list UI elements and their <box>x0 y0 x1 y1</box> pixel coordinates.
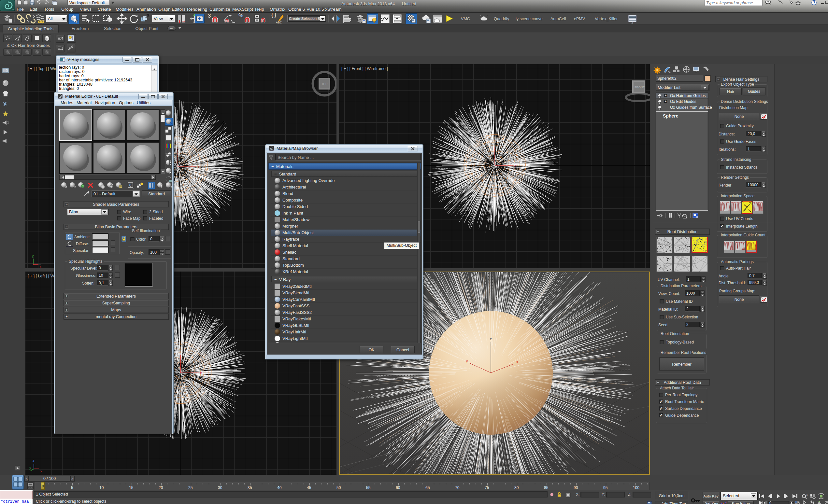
svg-text:TOP: TOP <box>322 82 327 86</box>
svg-text:y: y <box>32 255 34 258</box>
svg-text:z: z <box>33 458 35 462</box>
svg-text:y: y <box>29 466 31 469</box>
svg-text:x: x <box>514 164 516 167</box>
svg-text:0: 0 <box>129 183 131 187</box>
svg-text:S: S <box>631 20 633 24</box>
svg-text:±: ± <box>806 493 808 497</box>
svg-text:x: x <box>197 165 199 169</box>
svg-text:x: x <box>200 371 202 375</box>
svg-text:y: y <box>466 359 468 363</box>
svg-text:z: z <box>490 337 492 341</box>
svg-text:?: ? <box>813 1 815 5</box>
svg-text:x: x <box>40 265 42 268</box>
svg-text:x: x <box>516 360 518 364</box>
svg-text:ABC: ABC <box>276 21 282 24</box>
svg-text:x: x <box>40 469 42 473</box>
svg-text:FRONT: FRONT <box>634 86 645 89</box>
